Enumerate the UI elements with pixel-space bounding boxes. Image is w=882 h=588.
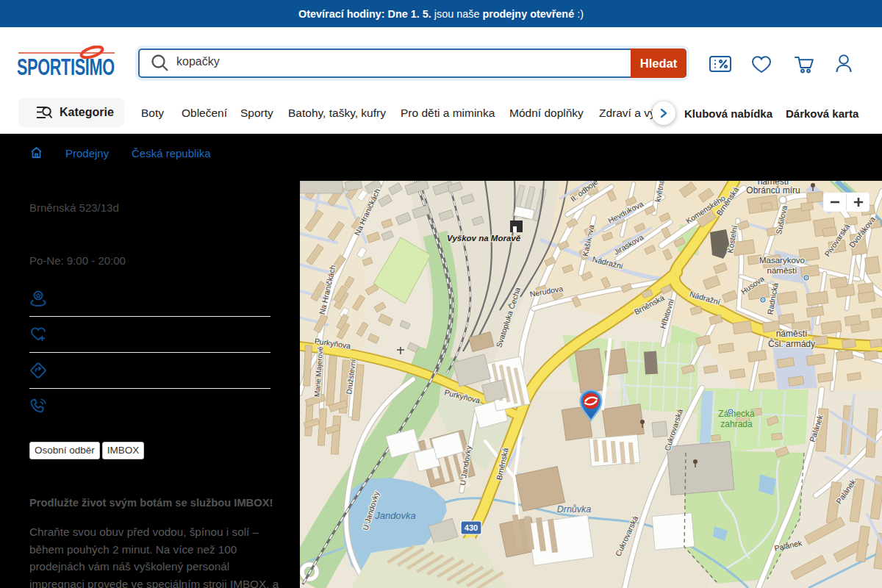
svg-text:Drnůvka: Drnůvka: [557, 504, 592, 514]
svg-text:SPORTISIMO: SPORTISIMO: [17, 54, 115, 78]
svg-text:Zámecká: Zámecká: [718, 409, 755, 419]
svg-text:Čsl. armády: Čsl. armády: [768, 338, 815, 349]
svg-text:Obránců míru: Obránců míru: [746, 185, 800, 196]
svg-text:Masarykovo: Masarykovo: [759, 256, 805, 265]
svg-text:náměstí: náměstí: [776, 329, 808, 339]
svg-text:Jandovka: Jandovka: [374, 510, 416, 521]
svg-text:Vyškov na Moravě: Vyškov na Moravě: [447, 234, 521, 243]
svg-text:430: 430: [465, 523, 478, 532]
svg-text:náměstí: náměstí: [767, 266, 798, 275]
svg-text:zahrada: zahrada: [720, 419, 753, 429]
